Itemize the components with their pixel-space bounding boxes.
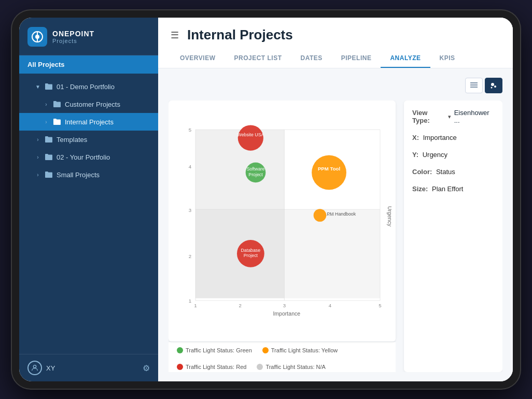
- all-projects-item[interactable]: All Projects: [19, 55, 158, 74]
- sidebar-item-templates[interactable]: › Templates: [19, 131, 158, 148]
- panel-x-axis: X: Importance: [412, 134, 494, 141]
- tab-overview[interactable]: OVERVIEW: [171, 50, 225, 68]
- svg-rect-7: [470, 87, 478, 88]
- bubble-ppm-tool[interactable]: [312, 155, 346, 190]
- sidebar-item-internal-projects[interactable]: › Internal Projects: [19, 113, 158, 131]
- sidebar-item-label: Internal Projects: [65, 118, 114, 126]
- svg-text:1: 1: [189, 298, 191, 304]
- legend-red: Traffic Light Status: Red: [177, 364, 246, 370]
- folder-icon: [44, 170, 53, 179]
- sidebar-item-customer-projects[interactable]: › Customer Projects: [19, 95, 158, 113]
- view-type-label: View Type:: [412, 109, 445, 124]
- footer-user: XY: [27, 361, 55, 375]
- legend-dot-na: [257, 364, 263, 370]
- size-value: Plan Effort: [432, 185, 463, 193]
- device-frame: ONEPOINT Projects All Projects ▼ 01 - De…: [12, 10, 520, 389]
- legend-yellow: Traffic Light Status: Yellow: [262, 347, 338, 353]
- tab-analyze[interactable]: ANALYZE: [381, 50, 430, 68]
- sidebar-item-label: 02 - Your Portfolio: [57, 153, 110, 161]
- chevron-icon: ›: [34, 135, 42, 144]
- x-value: Importance: [423, 134, 457, 141]
- svg-text:Project: Project: [248, 172, 263, 177]
- scatter-svg: 1 2 3 4 5 1 2 3 4 5: [173, 109, 391, 337]
- svg-text:Project: Project: [244, 253, 258, 258]
- panel-color: Color: Status: [412, 168, 494, 176]
- sidebar-item-demo-portfolio[interactable]: ▼ 01 - Demo Portfolio: [19, 78, 158, 95]
- y-label: Y:: [412, 151, 418, 159]
- bubble-pm-handbook[interactable]: [314, 209, 327, 222]
- dropdown-arrow-icon[interactable]: ▾: [448, 113, 451, 120]
- svg-text:2: 2: [189, 253, 191, 259]
- header-top: ☰ Internal Projects: [171, 27, 500, 43]
- svg-text:3: 3: [283, 303, 286, 308]
- sidebar: ONEPOINT Projects All Projects ▼ 01 - De…: [19, 18, 158, 381]
- svg-text:5: 5: [379, 303, 381, 308]
- legend-dot-green: [177, 347, 183, 353]
- view-type-value: Eisenhower ...: [454, 109, 494, 124]
- chart-area: 1 2 3 4 5 1 2 3 4 5: [169, 101, 502, 372]
- svg-text:Website USA: Website USA: [237, 132, 264, 137]
- svg-text:PPM Tool: PPM Tool: [318, 166, 340, 172]
- legend-dot-yellow: [262, 347, 269, 353]
- list-view-button[interactable]: [465, 78, 483, 93]
- panel-y-axis: Y: Urgency: [412, 151, 494, 159]
- y-value: Urgency: [423, 151, 447, 159]
- svg-text:1: 1: [194, 303, 197, 308]
- legend-na: Traffic Light Status: N/A: [257, 364, 326, 370]
- legend-green: Traffic Light Status: Green: [177, 347, 252, 353]
- sidebar-item-label: Customer Projects: [65, 101, 120, 108]
- bubble-view-button[interactable]: [485, 78, 502, 93]
- svg-text:2: 2: [239, 303, 241, 308]
- settings-button[interactable]: ⚙: [143, 363, 150, 373]
- legend-label-green: Traffic Light Status: Green: [186, 347, 252, 353]
- brand-sub: Projects: [52, 38, 94, 44]
- svg-text:Urgency: Urgency: [387, 206, 391, 227]
- chevron-icon: ▼: [34, 82, 42, 91]
- main-content: ☰ Internal Projects OVERVIEW PROJECT LIS…: [158, 18, 513, 381]
- svg-text:Database: Database: [241, 248, 261, 253]
- folder-icon: [52, 99, 62, 109]
- brand-name: ONEPOINT: [52, 30, 94, 38]
- scatter-chart: 1 2 3 4 5 1 2 3 4 5: [169, 101, 396, 341]
- svg-text:Importance: Importance: [273, 310, 300, 317]
- svg-point-4: [33, 365, 36, 368]
- svg-rect-6: [470, 84, 478, 86]
- toolbar: [169, 78, 502, 93]
- panel-size: Size: Plan Effort: [412, 185, 494, 193]
- color-label: Color:: [412, 168, 432, 176]
- sidebar-logo: ONEPOINT Projects: [19, 18, 158, 55]
- sidebar-item-label: Templates: [57, 136, 87, 144]
- sidebar-item-small-projects[interactable]: › Small Projects: [19, 166, 158, 183]
- color-value: Status: [436, 168, 455, 176]
- size-label: Size:: [412, 185, 428, 193]
- tab-dates[interactable]: DATES: [291, 50, 331, 68]
- chevron-icon: ›: [34, 170, 42, 179]
- folder-icon: [44, 152, 53, 162]
- device-inner: ONEPOINT Projects All Projects ▼ 01 - De…: [19, 18, 513, 381]
- avatar: [27, 361, 42, 375]
- svg-point-1: [35, 35, 39, 39]
- tab-project-list[interactable]: PROJECT LIST: [225, 50, 291, 68]
- sidebar-item-label: 01 - Demo Portfolio: [57, 83, 115, 91]
- svg-text:Software: Software: [247, 166, 265, 172]
- tab-kpis[interactable]: KPIS: [430, 50, 465, 68]
- chevron-icon: ›: [34, 153, 42, 161]
- logo-text: ONEPOINT Projects: [52, 30, 94, 44]
- svg-text:4: 4: [329, 303, 332, 308]
- svg-text:5: 5: [189, 127, 191, 133]
- chevron-icon: ›: [42, 100, 50, 108]
- menu-icon[interactable]: ☰: [171, 30, 179, 41]
- sidebar-item-your-portfolio[interactable]: › 02 - Your Portfolio: [19, 148, 158, 166]
- logo-icon: [27, 27, 47, 47]
- chart-column: 1 2 3 4 5 1 2 3 4 5: [169, 101, 396, 372]
- folder-icon: [44, 82, 53, 91]
- svg-rect-5: [470, 82, 478, 83]
- svg-rect-14: [284, 209, 380, 298]
- legend-label-yellow: Traffic Light Status: Yellow: [271, 347, 338, 353]
- svg-text:PM Handbook: PM Handbook: [327, 211, 356, 217]
- tab-pipeline[interactable]: PIPELINE: [332, 50, 381, 68]
- svg-point-10: [491, 87, 493, 89]
- bubble-website-usa[interactable]: [238, 125, 263, 150]
- sidebar-footer: XY ⚙: [19, 354, 158, 381]
- sidebar-nav: ▼ 01 - Demo Portfolio › Customer Project…: [19, 74, 158, 354]
